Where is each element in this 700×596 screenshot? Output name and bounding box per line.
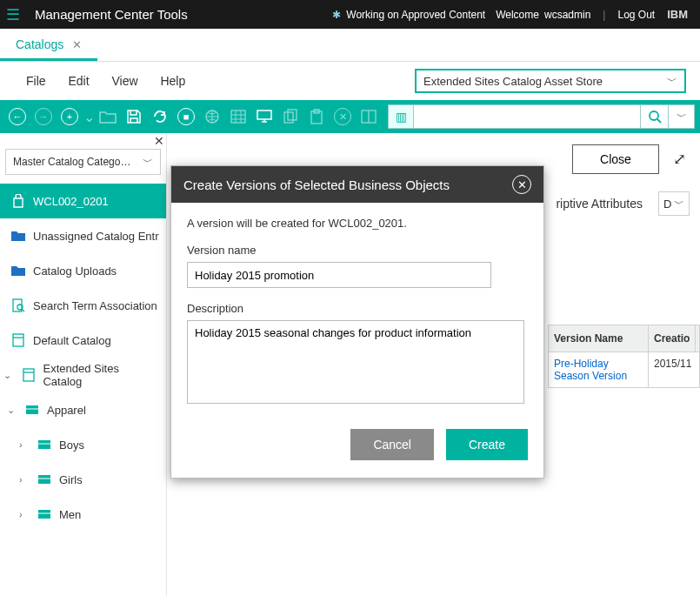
search-dropdown[interactable]: ﹀ (669, 104, 695, 129)
new-icon[interactable]: + (57, 104, 82, 129)
store-selector[interactable]: Extended Sites Catalog Asset Store ﹀ (415, 69, 686, 93)
refresh-icon[interactable] (148, 104, 172, 129)
username: wcsadmin (544, 9, 590, 21)
tree-item-men[interactable]: › Men (0, 497, 166, 532)
menu-file[interactable]: File (26, 74, 46, 88)
sidebar-filter-value: Master Catalog Catego… (13, 156, 130, 168)
open-folder-icon[interactable] (96, 104, 120, 129)
description-label: Description (187, 302, 528, 315)
menu-hamburger-icon[interactable]: ☰ (0, 0, 26, 29)
search-scope-icon[interactable]: ▥ (388, 104, 414, 129)
sidebar: ✕ Master Catalog Catego… ﹀ WCL002_0201 U… (0, 133, 167, 596)
chevron-right-icon: › (19, 439, 30, 450)
svg-rect-13 (26, 405, 38, 414)
table-row[interactable]: Pre-Holiday Season Version 2015/11 (548, 352, 700, 388)
tree-item-search-term[interactable]: Search Term Association (0, 288, 166, 323)
close-button[interactable]: Close (572, 144, 659, 174)
top-bar: ☰ Management Center Tools ✱ Working on A… (0, 0, 700, 29)
col-creation[interactable]: Creatio (649, 325, 696, 352)
version-name-label: Version name (187, 244, 528, 257)
app-title: Management Center Tools (26, 7, 197, 22)
globe-icon[interactable] (200, 104, 224, 129)
sidebar-close-icon[interactable]: ✕ (154, 134, 164, 148)
svg-rect-16 (38, 510, 50, 519)
version-table: Version Name Creatio Pre-Holiday Season … (548, 325, 700, 388)
menu-help[interactable]: Help (160, 74, 185, 88)
tree-item-uploads[interactable]: Catalog Uploads (0, 253, 166, 288)
tree-label: Men (59, 508, 81, 521)
tree-item-apparel[interactable]: ⌄ Apparel (0, 392, 166, 427)
svg-rect-1 (231, 110, 245, 123)
chevron-down-icon: ﹀ (143, 155, 153, 170)
tree-item-default-catalog[interactable]: Default Catalog (0, 323, 166, 358)
stop-icon[interactable]: ■ (174, 104, 198, 129)
col-version-name[interactable]: Version Name (549, 325, 649, 352)
category-icon (24, 402, 40, 418)
tree-label: Boys (59, 439, 84, 452)
dialog-close-icon[interactable]: ✕ (512, 175, 531, 194)
tree-label: Unassigned Catalog Entr (33, 230, 159, 243)
copy-icon[interactable] (278, 104, 303, 129)
tree-label: Apparel (47, 404, 86, 417)
bag-icon (10, 193, 26, 209)
expand-icon[interactable]: ⤢ (673, 150, 686, 169)
toolbar: ← → + ⌄ ■ ✕ ▥ ﹀ (0, 100, 700, 133)
chevron-right-icon: › (19, 509, 30, 519)
tree-item-wcl002[interactable]: WCL002_0201 (0, 184, 166, 218)
grid-icon[interactable] (226, 104, 250, 129)
tree-item-unassigned[interactable]: Unassigned Catalog Entr (0, 218, 166, 253)
menu-row: File Edit View Help Extended Sites Catal… (0, 62, 700, 100)
attribute-dropdown[interactable]: D ﹀ (658, 191, 690, 216)
category-icon (37, 506, 52, 522)
tree-label: WCL002_0201 (33, 195, 109, 208)
category-icon (37, 437, 52, 452)
logout-link[interactable]: Log Out (617, 9, 655, 21)
tree-item-boys[interactable]: › Boys (0, 427, 166, 462)
search-doc-icon (10, 298, 26, 313)
columns-icon[interactable] (357, 104, 381, 129)
dialog-intro-text: A version will be created for WCL002_020… (187, 217, 528, 230)
svg-rect-14 (38, 440, 50, 449)
store-selector-value: Extended Sites Catalog Asset Store (423, 75, 603, 88)
chevron-down-icon: ﹀ (674, 197, 684, 211)
menu-view[interactable]: View (111, 74, 137, 88)
tree-item-extended-sites[interactable]: ⌄ Extended Sites Catalog (0, 358, 166, 392)
category-icon (37, 472, 52, 487)
tree-label: Girls (59, 473, 83, 486)
search-button[interactable] (641, 104, 669, 129)
create-button[interactable]: Create (446, 429, 528, 460)
tree-label: Extended Sites Catalog (43, 362, 159, 388)
svg-rect-3 (284, 112, 293, 123)
dialog-footer: Cancel Create (171, 415, 543, 478)
cancel-button[interactable]: Cancel (350, 429, 434, 460)
chevron-down-icon: ⌄ (3, 370, 14, 381)
sidebar-filter-dropdown[interactable]: Master Catalog Catego… ﹀ (5, 149, 161, 175)
cell-version-name[interactable]: Pre-Holiday Season Version (549, 352, 649, 387)
tree-label: Default Catalog (33, 334, 111, 347)
paste-icon[interactable] (304, 104, 329, 129)
chevron-down-icon: ⌄ (7, 405, 17, 416)
catalog-icon (21, 367, 37, 383)
status-text: Working on Approved Content (346, 9, 485, 21)
divider: | (603, 9, 605, 21)
new-dropdown-icon[interactable]: ⌄ (83, 104, 94, 129)
forward-icon[interactable]: → (31, 104, 56, 129)
search-input[interactable] (414, 104, 641, 129)
description-textarea[interactable] (187, 320, 524, 404)
descriptive-attributes-tab[interactable]: riptive Attributes (556, 197, 643, 211)
tab-catalogs[interactable]: Catalogs ✕ (0, 29, 97, 61)
dialog-body: A version will be created for WCL002_020… (171, 203, 543, 415)
status-area: ✱ Working on Approved Content Welcome wc… (332, 9, 655, 21)
menu-bar: File Edit View Help (26, 74, 204, 88)
menu-edit[interactable]: Edit (68, 74, 89, 88)
save-icon[interactable] (122, 104, 146, 129)
close-tab-icon[interactable]: ✕ (72, 38, 82, 51)
computer-icon[interactable] (252, 104, 277, 129)
tree-item-girls[interactable]: › Girls (0, 462, 166, 497)
folder-icon (10, 228, 26, 244)
chevron-down-icon: ﹀ (667, 74, 677, 89)
svg-rect-15 (38, 475, 50, 484)
delete-icon[interactable]: ✕ (330, 104, 355, 129)
version-name-input[interactable] (187, 262, 491, 288)
back-icon[interactable]: ← (5, 104, 30, 129)
